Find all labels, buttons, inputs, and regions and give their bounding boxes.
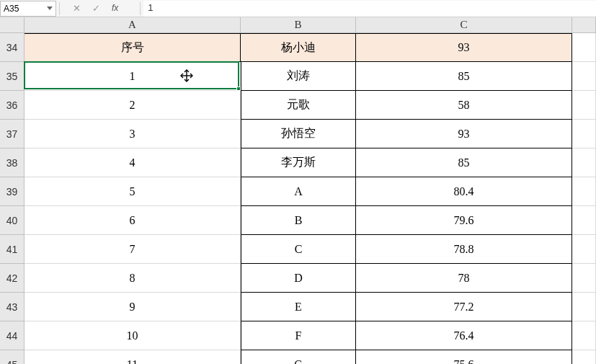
table-row: 362元歌58 [0, 91, 596, 120]
cell[interactable] [572, 177, 596, 206]
cell[interactable]: 85 [356, 148, 572, 177]
table-row: 417C78.8 [0, 235, 596, 264]
cell[interactable]: 10 [25, 321, 241, 350]
name-box[interactable]: A35 [0, 1, 56, 17]
table-row: 406B79.6 [0, 206, 596, 235]
cell[interactable] [572, 120, 596, 148]
table-row: 439E77.2 [0, 293, 596, 321]
sheet-area: A B C 34 序号 杨小迪 93 351刘涛85362元歌58373孙悟空9… [0, 17, 596, 364]
cell[interactable]: 8 [25, 264, 241, 293]
separator [140, 2, 141, 15]
cell[interactable]: F [241, 321, 356, 350]
cell[interactable]: 79.6 [356, 206, 572, 235]
select-all-corner[interactable] [0, 17, 25, 33]
cell[interactable]: 序号 [25, 33, 241, 62]
cell[interactable]: 5 [25, 177, 241, 206]
column-header-B[interactable]: B [241, 17, 356, 33]
row-header[interactable]: 38 [0, 148, 25, 177]
cell[interactable]: 93 [356, 33, 572, 62]
cell[interactable] [572, 62, 596, 91]
formula-bar-icons: ✕ ✓ fx [63, 3, 137, 14]
cell[interactable]: D [241, 264, 356, 293]
cell[interactable]: 93 [356, 120, 572, 148]
row-header[interactable]: 40 [0, 206, 25, 235]
table-row: 4410F76.4 [0, 321, 596, 350]
table-row: 373孙悟空93 [0, 120, 596, 148]
accept-icon[interactable]: ✓ [92, 3, 100, 14]
row-header[interactable]: 44 [0, 321, 25, 350]
formula-input[interactable]: 1 [143, 1, 596, 17]
cell[interactable] [572, 293, 596, 321]
cell[interactable]: 1 [25, 62, 241, 91]
cell[interactable]: 58 [356, 91, 572, 120]
column-headers: A B C [0, 17, 596, 33]
column-header-end[interactable] [572, 17, 596, 33]
cell[interactable]: 3 [25, 120, 241, 148]
row-header[interactable]: 39 [0, 177, 25, 206]
cell[interactable]: 6 [25, 206, 241, 235]
cell[interactable] [572, 33, 596, 62]
table-row: 351刘涛85 [0, 62, 596, 91]
cell[interactable] [572, 148, 596, 177]
column-header-C[interactable]: C [356, 17, 572, 33]
row-header[interactable]: 34 [0, 33, 25, 62]
table-row: 34 序号 杨小迪 93 [0, 33, 596, 62]
table-row: 428D78 [0, 264, 596, 293]
cell[interactable] [572, 206, 596, 235]
cell[interactable] [572, 264, 596, 293]
cell[interactable]: G [241, 350, 356, 364]
row-header[interactable]: 45 [0, 350, 25, 364]
cell[interactable]: 80.4 [356, 177, 572, 206]
row-header[interactable]: 36 [0, 91, 25, 120]
table-row: 384李万斯85 [0, 148, 596, 177]
cell[interactable]: 78 [356, 264, 572, 293]
cell[interactable]: 78.8 [356, 235, 572, 264]
cell[interactable]: 76.4 [356, 321, 572, 350]
cell[interactable]: 李万斯 [241, 148, 356, 177]
separator [59, 2, 60, 15]
cell[interactable]: 9 [25, 293, 241, 321]
row-header[interactable]: 41 [0, 235, 25, 264]
cell[interactable] [572, 321, 596, 350]
row-header[interactable]: 37 [0, 120, 25, 148]
cell[interactable]: A [241, 177, 356, 206]
name-box-dropdown-icon[interactable] [47, 6, 53, 10]
table-row: 395A80.4 [0, 177, 596, 206]
cell[interactable]: 7 [25, 235, 241, 264]
cell[interactable]: 刘涛 [241, 62, 356, 91]
cell[interactable]: 4 [25, 148, 241, 177]
cell[interactable]: 孙悟空 [241, 120, 356, 148]
cell[interactable]: 77.2 [356, 293, 572, 321]
fx-icon[interactable]: fx [112, 3, 118, 14]
cell[interactable] [572, 350, 596, 364]
row-header[interactable]: 42 [0, 264, 25, 293]
cell[interactable]: 2 [25, 91, 241, 120]
name-box-value: A35 [4, 4, 19, 14]
cell[interactable]: E [241, 293, 356, 321]
formula-bar: A35 ✕ ✓ fx 1 [0, 0, 596, 17]
column-header-A[interactable]: A [25, 17, 241, 33]
cancel-icon[interactable]: ✕ [73, 3, 81, 14]
cell[interactable]: 11 [25, 350, 241, 364]
row-header[interactable]: 43 [0, 293, 25, 321]
row-header[interactable]: 35 [0, 62, 25, 91]
cell[interactable]: B [241, 206, 356, 235]
cell[interactable]: 杨小迪 [241, 33, 356, 62]
cell[interactable] [572, 235, 596, 264]
cell[interactable]: C [241, 235, 356, 264]
cell[interactable]: 元歌 [241, 91, 356, 120]
cell[interactable] [572, 91, 596, 120]
table-row: 4511G75.6 [0, 350, 596, 364]
cell[interactable]: 85 [356, 62, 572, 91]
cell[interactable]: 75.6 [356, 350, 572, 364]
